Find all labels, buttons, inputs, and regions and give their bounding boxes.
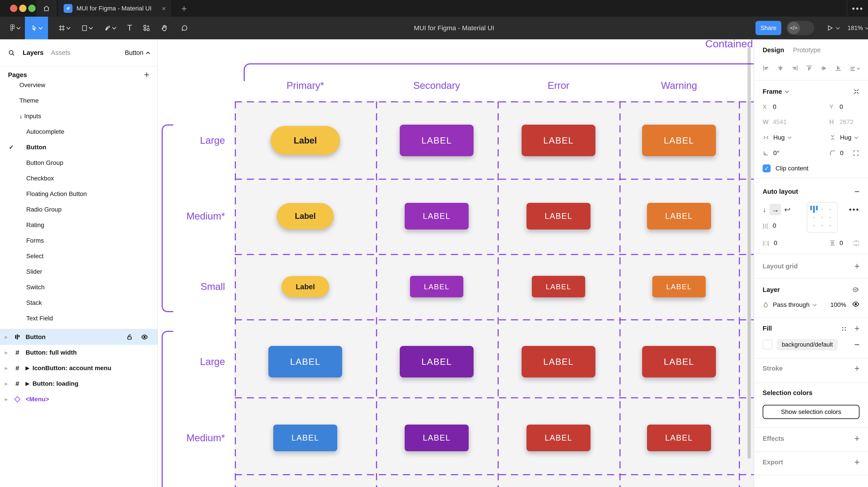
canvas-button-small-warning[interactable]: LABEL (652, 276, 706, 297)
expand-caret-icon[interactable]: ▸ (5, 381, 7, 387)
tab-design[interactable]: Design (763, 46, 784, 54)
remove-fill-button[interactable]: − (855, 340, 860, 350)
align-right-icon[interactable] (792, 65, 798, 73)
canvas-button-medium-secondary[interactable]: LABEL (405, 425, 469, 451)
fill-styles-icon[interactable]: :: (841, 325, 847, 332)
text-tool-button[interactable]: T (122, 17, 137, 39)
page-item-slider[interactable]: Slider (0, 264, 157, 280)
hug-vertical-select[interactable]: Hug (840, 134, 851, 141)
canvas-button-large-warning[interactable]: LABEL (642, 125, 716, 156)
direction-down-button[interactable]: ↓ (763, 205, 766, 214)
comment-tool-button[interactable] (175, 17, 194, 39)
canvas-button-large-secondary[interactable]: LABEL (400, 346, 473, 378)
canvas-button-medium-warning[interactable]: LABEL (647, 203, 711, 229)
close-tab-icon[interactable]: × (162, 5, 166, 12)
pen-tool-button[interactable] (98, 17, 121, 39)
wrap-button[interactable]: ↩ (784, 205, 790, 214)
distribute-icon[interactable] (849, 66, 860, 72)
opacity-input[interactable]: 100% (830, 301, 846, 309)
page-item-inputs[interactable]: ↓ Inputs (0, 108, 157, 124)
direction-right-button-selected[interactable]: → (770, 204, 781, 215)
add-effect-button[interactable]: + (855, 434, 860, 444)
independent-padding-icon[interactable] (853, 240, 860, 247)
canvas[interactable]: Contained Primary*SecondaryErrorWarning … (158, 39, 754, 487)
page-item-checkbox[interactable]: Checkbox (0, 171, 157, 186)
shape-tool-button[interactable] (75, 17, 98, 39)
x-input[interactable]: 0 (773, 103, 776, 110)
page-item-button-group[interactable]: Button Group (0, 155, 157, 171)
independent-corners-icon[interactable] (852, 150, 860, 157)
tab-layers[interactable]: Layers (23, 49, 43, 57)
auto-layout-more-button[interactable]: ••• (849, 205, 860, 214)
y-input[interactable]: 0 (840, 103, 843, 110)
present-button[interactable] (827, 17, 839, 39)
canvas-button-large-secondary[interactable]: LABEL (400, 125, 473, 156)
canvas-button-large-error[interactable]: LABEL (522, 125, 595, 156)
page-item-text-field[interactable]: Text Field (0, 311, 157, 326)
canvas-button-large-primary[interactable]: LABEL (268, 346, 342, 378)
layer-item--menu-[interactable]: ▸<Menu> (0, 391, 157, 407)
align-horizontal-center-icon[interactable] (777, 65, 784, 73)
canvas-button-medium-warning[interactable]: LABEL (647, 425, 711, 451)
main-menu-button[interactable] (4, 17, 25, 39)
canvas-scrollbar[interactable] (747, 48, 751, 459)
close-window-button[interactable] (10, 5, 17, 12)
tab-assets[interactable]: Assets (51, 49, 70, 57)
page-item-switch[interactable]: Switch (0, 280, 157, 295)
layer-item-button-full-width[interactable]: ▸#Button: full width (0, 345, 157, 360)
page-item-overview[interactable]: Overview (0, 77, 157, 93)
rotation-input[interactable]: 0° (773, 150, 779, 157)
eye-icon[interactable] (141, 333, 148, 340)
gap-input[interactable]: 0 (773, 222, 776, 229)
fill-row[interactable]: background/default − (763, 336, 860, 353)
expand-caret-icon[interactable]: ▸ (5, 365, 7, 371)
page-item-forms[interactable]: Forms (0, 233, 157, 249)
page-item-theme[interactable]: Theme (0, 93, 157, 108)
canvas-button-small-error[interactable]: LABEL (532, 276, 585, 297)
add-layout-grid-button[interactable]: + (855, 261, 860, 271)
align-vertical-center-icon[interactable] (820, 65, 827, 73)
align-top-icon[interactable] (806, 65, 813, 73)
unlock-icon[interactable] (126, 334, 133, 340)
canvas-button-small-secondary[interactable]: LABEL (410, 276, 463, 297)
resources-tool-button[interactable] (138, 17, 155, 39)
canvas-button-medium-error[interactable]: LABEL (526, 425, 591, 451)
align-left-icon[interactable] (763, 65, 769, 73)
clip-content-checkbox[interactable]: ✓ (763, 164, 771, 172)
window-more-menu-button[interactable]: ••• (852, 4, 864, 13)
frame-tool-button[interactable] (53, 17, 75, 39)
share-button[interactable]: Share (755, 21, 781, 35)
canvas-button-small-primary[interactable]: Label (281, 276, 329, 297)
canvas-button-medium-error[interactable]: LABEL (526, 203, 591, 229)
add-fill-button[interactable]: + (855, 323, 860, 333)
frame-label[interactable]: Frame (763, 88, 782, 95)
page-item-floating-action-button[interactable]: Floating Action Button (0, 186, 157, 202)
expand-caret-icon[interactable]: ▸ (5, 334, 7, 340)
expand-caret-icon[interactable]: ▸ (5, 396, 7, 402)
page-selector[interactable]: Button (125, 49, 149, 57)
page-item-autocomplete[interactable]: Autocomplete (0, 124, 157, 139)
canvas-button-medium-secondary[interactable]: LABEL (405, 203, 469, 229)
blend-mode-icon[interactable] (852, 286, 860, 293)
canvas-button-large-error[interactable]: LABEL (522, 346, 595, 378)
vertical-padding-input[interactable]: 0 (840, 239, 843, 247)
clip-content-row[interactable]: ✓ Clip content (763, 161, 860, 176)
blend-mode-select[interactable]: Pass through (773, 301, 809, 309)
canvas-button-large-warning[interactable]: LABEL (642, 346, 716, 378)
page-item-rating[interactable]: Rating (0, 217, 157, 233)
add-stroke-button[interactable]: + (855, 363, 860, 374)
hug-horizontal-select[interactable]: Hug (773, 134, 785, 141)
page-item-stack[interactable]: Stack (0, 295, 157, 311)
page-item-select[interactable]: Select (0, 249, 157, 264)
search-icon[interactable] (8, 49, 15, 57)
align-bottom-icon[interactable] (835, 65, 841, 73)
corner-radius-input[interactable]: 0 (840, 150, 843, 157)
layer-visibility-icon[interactable] (852, 300, 860, 310)
show-selection-colors-button[interactable]: Show selection colors (763, 405, 860, 419)
w-input[interactable]: 4541 (773, 119, 786, 126)
dev-mode-toggle[interactable]: </> (786, 21, 814, 35)
canvas-button-large-primary[interactable]: Label (271, 126, 340, 155)
page-item-button[interactable]: ✓Button (0, 139, 157, 155)
minimize-window-button[interactable] (19, 5, 27, 12)
canvas-button-medium-primary[interactable]: Label (277, 203, 334, 229)
